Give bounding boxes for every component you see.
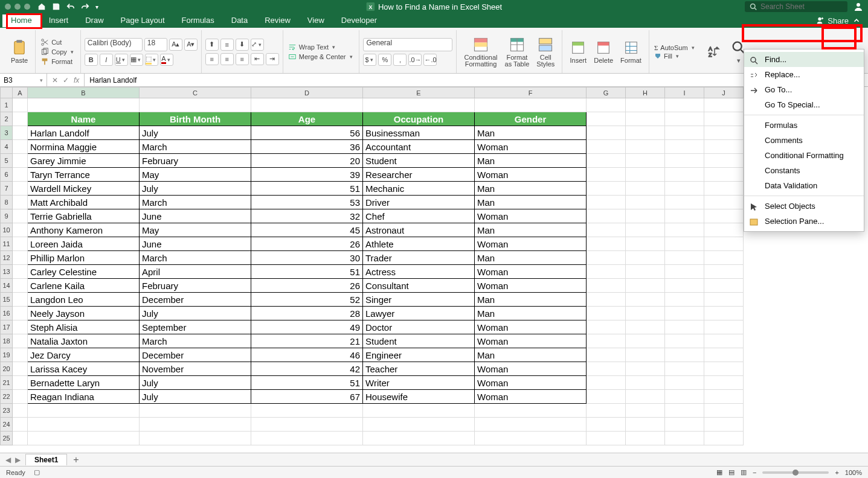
- cell[interactable]: Woman: [475, 237, 587, 251]
- cell[interactable]: [13, 112, 28, 126]
- cell[interactable]: December: [140, 348, 251, 362]
- cell[interactable]: Lawyer: [363, 307, 475, 320]
- cell[interactable]: [704, 223, 744, 237]
- sheet-nav-first-icon[interactable]: ◀: [4, 456, 12, 464]
- cell[interactable]: 51: [251, 265, 363, 279]
- cell[interactable]: [587, 98, 626, 112]
- col-header[interactable]: A: [13, 88, 28, 98]
- cell[interactable]: [665, 362, 704, 376]
- cell[interactable]: [665, 432, 704, 445]
- cell[interactable]: July: [140, 307, 251, 320]
- cell[interactable]: [587, 265, 626, 279]
- cell[interactable]: [363, 98, 475, 112]
- cell[interactable]: June: [140, 237, 251, 251]
- cell[interactable]: [704, 126, 744, 140]
- cell[interactable]: Man: [475, 154, 587, 168]
- cell[interactable]: Gender: [475, 112, 587, 126]
- bold-button[interactable]: B: [85, 54, 98, 66]
- cell[interactable]: [665, 307, 704, 320]
- cell[interactable]: [665, 237, 704, 251]
- cell[interactable]: [626, 390, 665, 404]
- cell[interactable]: [626, 432, 665, 445]
- row-header[interactable]: 14: [1, 279, 13, 293]
- cell[interactable]: [626, 196, 665, 209]
- cell[interactable]: [704, 98, 744, 112]
- menu-select-objects[interactable]: Select Objects: [744, 199, 864, 214]
- cell[interactable]: [704, 154, 744, 168]
- cell[interactable]: [626, 154, 665, 168]
- increase-font-button[interactable]: A▴: [169, 39, 182, 51]
- font-name-select[interactable]: Calibri (Body): [85, 38, 143, 51]
- cell[interactable]: 45: [251, 223, 363, 237]
- format-as-table-button[interactable]: Format as Table: [501, 35, 533, 69]
- tab-insert[interactable]: Insert: [40, 14, 77, 27]
- menu-cond-fmt[interactable]: Conditional Formatting: [744, 148, 864, 163]
- cell[interactable]: Woman: [475, 376, 587, 390]
- cell[interactable]: Engineer: [363, 348, 475, 362]
- cell[interactable]: Writer: [363, 376, 475, 390]
- cell[interactable]: [665, 196, 704, 209]
- cell[interactable]: July: [140, 182, 251, 196]
- cell[interactable]: [704, 320, 744, 334]
- cell[interactable]: [704, 376, 744, 390]
- row-header[interactable]: 1: [1, 98, 13, 112]
- cell[interactable]: [587, 320, 626, 334]
- cell[interactable]: [13, 390, 28, 404]
- cell[interactable]: Man: [475, 307, 587, 320]
- cell[interactable]: Steph Alisia: [28, 320, 140, 334]
- cell[interactable]: [665, 376, 704, 390]
- cell[interactable]: Woman: [475, 279, 587, 293]
- cell[interactable]: [665, 223, 704, 237]
- cell[interactable]: [28, 404, 140, 418]
- cell[interactable]: [587, 362, 626, 376]
- col-header[interactable]: B: [28, 88, 140, 98]
- cancel-icon[interactable]: ✕: [52, 76, 58, 84]
- cell[interactable]: [704, 362, 744, 376]
- tab-developer[interactable]: Developer: [333, 14, 385, 27]
- cell[interactable]: Researcher: [363, 168, 475, 182]
- fill-button[interactable]: Fill▾: [653, 52, 698, 60]
- cell[interactable]: [626, 98, 665, 112]
- cell[interactable]: [13, 307, 28, 320]
- copy-button[interactable]: Copy▾: [39, 47, 77, 57]
- cell[interactable]: Trader: [363, 251, 475, 265]
- col-header[interactable]: H: [626, 88, 665, 98]
- currency-button[interactable]: $▾: [363, 54, 376, 66]
- cell[interactable]: [665, 209, 704, 223]
- increase-indent-button[interactable]: ⇥: [266, 53, 279, 65]
- autosum-button[interactable]: ΣAutoSum▾: [653, 43, 698, 52]
- align-middle-button[interactable]: ≡: [220, 39, 234, 51]
- cell[interactable]: [626, 279, 665, 293]
- cell[interactable]: Larissa Kacey: [28, 362, 140, 376]
- cell[interactable]: [704, 140, 744, 154]
- cell[interactable]: [28, 98, 140, 112]
- cut-button[interactable]: Cut: [39, 37, 77, 47]
- cell[interactable]: [28, 418, 140, 432]
- cell[interactable]: Name: [28, 112, 140, 126]
- cell[interactable]: [251, 404, 363, 418]
- fx-icon[interactable]: fx: [74, 76, 79, 84]
- spreadsheet-grid[interactable]: ABCDEFGHIJ12NameBirth MonthAgeOccupation…: [0, 87, 868, 451]
- cell[interactable]: [587, 196, 626, 209]
- cell[interactable]: [13, 237, 28, 251]
- cell[interactable]: [13, 140, 28, 154]
- cell[interactable]: [13, 182, 28, 196]
- cell[interactable]: Driver: [363, 196, 475, 209]
- cell[interactable]: [626, 112, 665, 126]
- cell[interactable]: July: [140, 376, 251, 390]
- cell[interactable]: 53: [251, 196, 363, 209]
- cell[interactable]: May: [140, 168, 251, 182]
- insert-cells-button[interactable]: Insert: [566, 38, 590, 65]
- cell[interactable]: [587, 348, 626, 362]
- cell[interactable]: [626, 334, 665, 348]
- cell[interactable]: [704, 293, 744, 307]
- row-header[interactable]: 22: [1, 390, 13, 404]
- cell[interactable]: Taryn Terrance: [28, 168, 140, 182]
- cell[interactable]: 51: [251, 376, 363, 390]
- menu-replace[interactable]: Replace...: [744, 67, 864, 82]
- confirm-icon[interactable]: ✓: [63, 76, 69, 84]
- row-header[interactable]: 2: [1, 112, 13, 126]
- cell[interactable]: [626, 209, 665, 223]
- window-controls[interactable]: [5, 4, 30, 10]
- zoom-in-button[interactable]: +: [835, 469, 838, 476]
